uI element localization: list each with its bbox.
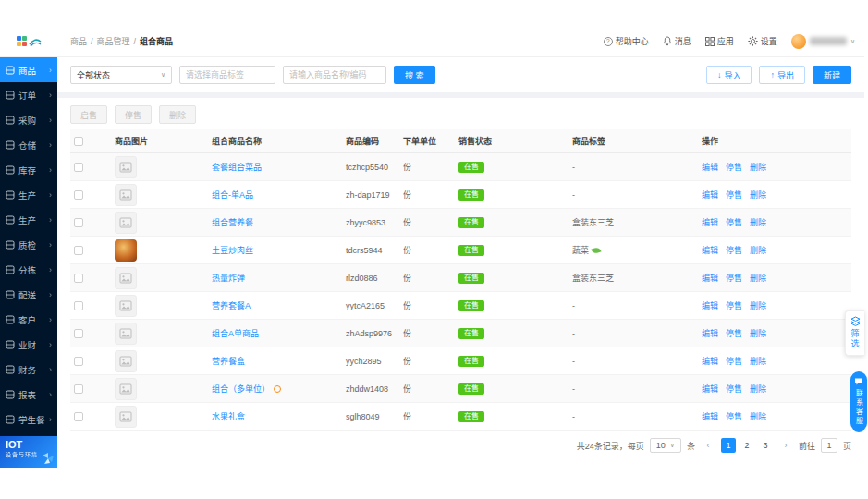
menu-icon [6,215,15,225]
row-action-stop[interactable]: 停售 [726,384,742,394]
breadcrumb-item-goods-manage[interactable]: 商品管理 [97,35,130,47]
create-button[interactable]: 新建 [813,66,851,84]
tag-filter-input[interactable] [179,66,275,84]
user-menu[interactable]: ∨ [791,34,855,49]
row-checkbox[interactable] [74,218,83,227]
sidebar-item-2[interactable]: 采购› [0,107,57,132]
row-checkbox[interactable] [74,357,83,366]
product-name-link[interactable]: 组合-单A品 [212,190,253,200]
status-select[interactable]: 全部状态 ∨ [70,66,172,84]
product-name-link[interactable]: 热量炸弹 [212,274,245,283]
apps-button[interactable]: 应用 [705,35,734,47]
goto-page-input[interactable]: 1 [821,438,837,453]
row-action-stop[interactable]: 停售 [726,412,742,421]
sidebar-item-13[interactable]: 报表› [0,382,57,407]
product-name-link[interactable]: 组合A单商品 [212,329,259,338]
product-name-link[interactable]: 水果礼盒 [212,412,245,421]
sidebar-item-0[interactable]: 商品› [0,57,57,82]
prev-page-button[interactable]: ‹ [701,438,715,453]
row-action-delete[interactable]: 删除 [750,274,766,283]
select-all-checkbox[interactable] [74,137,83,146]
chevron-right-icon: › [49,190,52,200]
row-action-edit[interactable]: 编辑 [702,246,718,255]
sidebar-item-7[interactable]: 质检› [0,232,57,257]
status-badge: 在售 [458,217,484,228]
sidebar-item-5[interactable]: 生产› [0,182,57,207]
sidebar-item-9[interactable]: 配送› [0,282,57,307]
row-checkbox[interactable] [74,301,83,310]
row-checkbox[interactable] [74,163,83,172]
settings-button[interactable]: 设置 [748,35,777,47]
row-action-delete[interactable]: 删除 [750,218,766,227]
page-button-2[interactable]: 2 [740,438,754,453]
bulk-disable-button[interactable]: 停售 [115,105,152,124]
row-action-edit[interactable]: 编辑 [702,218,718,227]
row-action-edit[interactable]: 编辑 [702,357,718,366]
sidebar-item-3[interactable]: 仓储› [0,132,57,157]
row-action-delete[interactable]: 删除 [750,412,766,421]
row-action-edit[interactable]: 编辑 [702,329,718,338]
row-action-edit[interactable]: 编辑 [702,301,718,310]
product-name-link[interactable]: 套餐组合菜品 [212,163,262,172]
row-action-delete[interactable]: 删除 [750,163,766,172]
row-action-stop[interactable]: 停售 [726,274,742,283]
row-action-delete[interactable]: 删除 [750,384,766,394]
row-action-delete[interactable]: 删除 [750,301,766,310]
row-action-stop[interactable]: 停售 [726,357,742,366]
next-page-button[interactable]: › [778,438,793,453]
sidebar-item-6[interactable]: 生产› [0,207,57,232]
chevron-right-icon: › [49,415,52,424]
product-name-link[interactable]: 土豆炒肉丝 [212,246,253,255]
row-action-delete[interactable]: 删除 [750,329,766,338]
row-action-stop[interactable]: 停售 [726,190,742,200]
search-button[interactable]: 搜 索 [394,66,435,84]
row-checkbox[interactable] [74,274,83,283]
keyword-search-input[interactable] [283,66,386,84]
help-center-button[interactable]: ? 帮助中心 [604,35,649,47]
export-button[interactable]: ↑ 导出 [759,66,805,84]
messages-button[interactable]: 消息 [663,35,691,47]
filter-float-button[interactable]: 筛选 [845,310,864,356]
row-action-stop[interactable]: 停售 [726,218,742,227]
row-checkbox[interactable] [74,246,83,255]
row-action-delete[interactable]: 删除 [750,357,766,366]
bulk-enable-button[interactable]: 启售 [70,105,107,124]
row-action-stop[interactable]: 停售 [726,301,742,310]
sidebar-item-4[interactable]: 库存› [0,157,57,182]
page-size-select[interactable]: 10 ∨ [650,438,681,453]
row-action-edit[interactable]: 编辑 [702,190,718,200]
row-action-edit[interactable]: 编辑 [702,274,718,283]
sidebar-item-11[interactable]: 业财› [0,332,57,357]
sidebar-item-12[interactable]: 财务› [0,357,57,382]
chevron-right-icon: › [49,290,52,299]
page-button-1[interactable]: 1 [721,438,736,453]
row-action-stop[interactable]: 停售 [726,246,742,255]
product-name-link[interactable]: 组合营养餐 [212,218,253,227]
product-name-link[interactable]: 营养餐盒 [212,357,245,366]
sidebar-item-14[interactable]: 学生餐› [0,407,57,432]
settings-label: 设置 [761,35,777,47]
row-checkbox[interactable] [74,329,83,338]
product-name-link[interactable]: 营养套餐A [212,301,251,310]
product-name-link[interactable]: 组合（多单位） [212,384,270,394]
row-action-stop[interactable]: 停售 [726,329,742,338]
breadcrumb-item-goods[interactable]: 商品 [70,35,87,47]
row-action-delete[interactable]: 删除 [750,246,766,255]
sidebar-item-10[interactable]: 客户› [0,307,57,332]
row-action-edit[interactable]: 编辑 [702,412,718,421]
customer-service-button[interactable]: 联系客服 [850,371,867,432]
row-action-stop[interactable]: 停售 [726,163,742,172]
row-checkbox[interactable] [74,412,83,421]
bulk-delete-button[interactable]: 删除 [159,105,196,124]
row-action-delete[interactable]: 删除 [750,190,766,200]
row-checkbox[interactable] [74,384,83,394]
row-action-edit[interactable]: 编辑 [702,384,718,394]
sidebar-item-8[interactable]: 分拣› [0,257,57,282]
sidebar-item-1[interactable]: 订单› [0,82,57,107]
chevron-right-icon: › [49,240,52,250]
page-button-3[interactable]: 3 [758,438,773,453]
row-action-edit[interactable]: 编辑 [702,163,718,172]
pagination-unit: 条 [687,440,695,452]
import-button[interactable]: ↓ 导入 [706,66,752,84]
row-checkbox[interactable] [74,190,83,200]
